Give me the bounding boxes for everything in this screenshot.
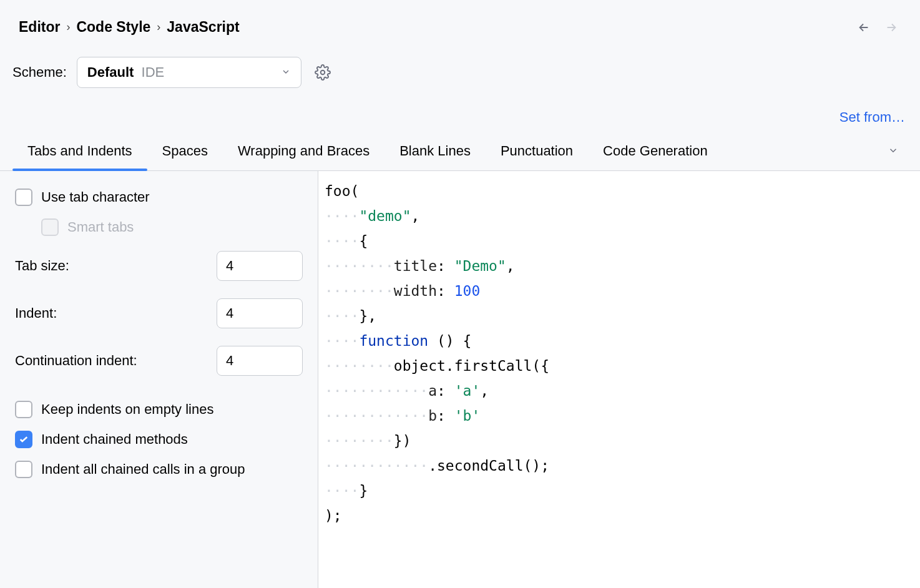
scheme-actions-button[interactable] (311, 61, 334, 84)
arrow-right-icon (884, 21, 898, 34)
use-tab-character-checkbox[interactable] (15, 189, 32, 206)
tab-wrapping-and-braces[interactable]: Wrapping and Braces (223, 133, 384, 170)
scheme-select[interactable]: Default IDE (77, 57, 301, 88)
use-tab-character-label: Use tab character (41, 189, 150, 205)
tabs: Tabs and Indents Spaces Wrapping and Bra… (0, 133, 920, 171)
scheme-label: Scheme: (12, 64, 67, 81)
indent-chained-methods-checkbox[interactable] (15, 431, 32, 448)
smart-tabs-checkbox (41, 218, 59, 236)
svg-point-0 (321, 71, 325, 75)
continuation-indent-input[interactable] (217, 346, 303, 376)
indent-all-chained-group-checkbox[interactable] (15, 461, 32, 478)
code-preview: foo(····"demo",····{········title: "Demo… (318, 171, 920, 588)
set-from-link[interactable]: Set from… (839, 109, 905, 125)
settings-panel: Use tab character Smart tabs Tab size: I… (0, 171, 318, 588)
chevron-down-icon (281, 64, 291, 81)
chevron-right-icon: › (157, 21, 160, 34)
breadcrumb-item[interactable]: Code Style (76, 19, 150, 36)
tab-spaces[interactable]: Spaces (147, 133, 223, 170)
chevron-right-icon: › (66, 21, 70, 34)
arrow-left-icon (857, 21, 871, 34)
indent-chained-methods-label: Indent chained methods (41, 431, 188, 448)
keep-indents-empty-label: Keep indents on empty lines (41, 401, 213, 418)
back-button[interactable] (856, 20, 871, 35)
tab-size-input[interactable] (217, 251, 303, 281)
indent-input[interactable] (217, 298, 303, 328)
forward-button (884, 20, 899, 35)
scheme-tag: IDE (142, 64, 165, 80)
chevron-down-icon (888, 145, 899, 156)
tab-code-generation[interactable]: Code Generation (588, 133, 723, 170)
tab-punctuation[interactable]: Punctuation (486, 133, 588, 170)
smart-tabs-label: Smart tabs (67, 219, 134, 235)
continuation-indent-label: Continuation indent: (15, 353, 137, 369)
breadcrumb-item[interactable]: Editor (19, 19, 60, 36)
tabs-more-button[interactable] (888, 145, 908, 159)
tab-tabs-and-indents[interactable]: Tabs and Indents (12, 133, 147, 170)
indent-all-chained-group-label: Indent all chained calls in a group (41, 461, 245, 478)
tab-size-label: Tab size: (15, 258, 69, 274)
tab-blank-lines[interactable]: Blank Lines (384, 133, 486, 170)
breadcrumb-item[interactable]: JavaScript (167, 19, 239, 36)
breadcrumb: Editor › Code Style › JavaScript (19, 19, 240, 36)
indent-label: Indent: (15, 305, 57, 321)
gear-icon (315, 64, 331, 81)
scheme-name: Default (87, 64, 134, 80)
keep-indents-empty-checkbox[interactable] (15, 401, 32, 418)
